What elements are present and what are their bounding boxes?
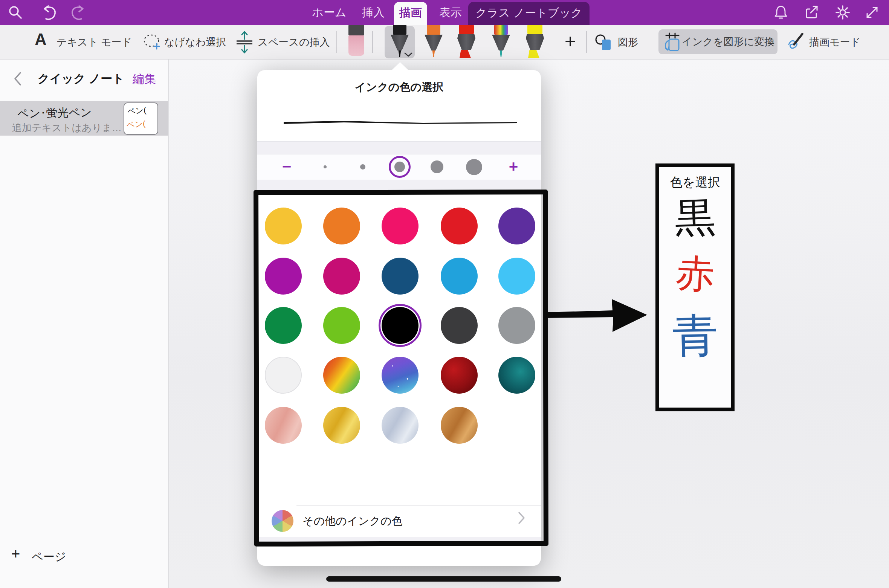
thickness-option-4[interactable] bbox=[431, 160, 443, 173]
ribbon-tab-挿入[interactable]: 挿入 bbox=[355, 0, 391, 25]
add-page-button[interactable]: + ページ bbox=[11, 545, 124, 568]
text-mode-label: テキスト モード bbox=[57, 25, 132, 60]
draw-mode-label: 描画モード bbox=[809, 25, 860, 60]
thickness-option-5[interactable] bbox=[466, 159, 482, 175]
page-list-item-selected[interactable]: ペン･蛍光ペン 追加テキストはありま… ペン( ペン( bbox=[0, 101, 168, 136]
thumbnail-ink-text: ペン( bbox=[126, 118, 146, 130]
stroke-thickness-preview bbox=[284, 120, 517, 127]
draw-mode-icon bbox=[786, 32, 805, 53]
thickness-option-3-selected[interactable] bbox=[394, 162, 405, 172]
toolbar-divider bbox=[586, 31, 587, 53]
text-mode-a-icon: A bbox=[35, 30, 47, 49]
rainbow-pen[interactable] bbox=[492, 25, 510, 58]
search-icon[interactable] bbox=[8, 5, 23, 20]
ribbon-tab-ホーム[interactable]: ホーム bbox=[307, 0, 351, 25]
page-item-thumbnail: ペン( ペン( bbox=[124, 102, 158, 135]
handwritten-color-3: 青 bbox=[659, 312, 731, 359]
black-pen-selected[interactable] bbox=[391, 25, 409, 58]
draw-ribbon-toolbar: A テキスト モード なげなわ選択 スペースの挿入 bbox=[0, 25, 889, 60]
hand-drawn-frame-ink bbox=[254, 189, 548, 547]
hand-drawn-arrow-ink bbox=[546, 293, 650, 338]
page-list-sidebar: クイック ノート 編集 ペン･蛍光ペン 追加テキストはありま… ペン( ペン( … bbox=[0, 60, 169, 588]
notifications-bell-icon[interactable] bbox=[773, 5, 789, 20]
ribbon-tab-表示[interactable]: 表示 bbox=[435, 0, 466, 25]
thickness-option-2[interactable] bbox=[360, 164, 365, 170]
shapes-icon bbox=[594, 33, 613, 52]
hand-drawn-color-note: 色を選択 黒赤青 bbox=[655, 163, 735, 411]
plus-icon: + bbox=[11, 545, 20, 562]
top-app-bar: ホーム挿入描画表示クラス ノートブック bbox=[0, 0, 889, 25]
back-chevron-icon[interactable] bbox=[14, 72, 22, 86]
lasso-select-label: なげなわ選択 bbox=[164, 25, 226, 60]
ink-to-shape-icon bbox=[664, 32, 681, 52]
add-page-label: ページ bbox=[32, 549, 66, 565]
undo-icon[interactable] bbox=[40, 5, 56, 20]
thickness-selector-row: −+ bbox=[257, 154, 541, 180]
handwritten-color-1: 黒 bbox=[658, 196, 732, 240]
toolbar-divider bbox=[336, 31, 337, 53]
red-highlighter[interactable] bbox=[457, 25, 475, 58]
onenote-app: ホーム挿入描画表示クラス ノートブック A テキスト bbox=[0, 0, 889, 588]
insert-space-label: スペースの挿入 bbox=[258, 25, 330, 60]
ink-to-shape-label: インクを図形に変換 bbox=[682, 29, 774, 54]
popover-title: インクの色の選択 bbox=[257, 80, 541, 95]
insert-space-icon bbox=[235, 31, 254, 53]
home-indicator bbox=[326, 576, 561, 582]
divider bbox=[257, 106, 541, 106]
ink-to-shape-button[interactable]: インクを図形に変換 bbox=[658, 29, 777, 54]
add-pen-button[interactable]: + bbox=[560, 25, 581, 60]
thickness-increase-button[interactable]: + bbox=[505, 154, 522, 180]
toolbar-divider bbox=[372, 31, 373, 53]
share-icon[interactable] bbox=[804, 5, 820, 20]
ribbon-tab-描画[interactable]: 描画 bbox=[394, 2, 427, 25]
shapes-label: 図形 bbox=[618, 25, 638, 60]
handwritten-color-2: 赤 bbox=[658, 253, 732, 295]
orange-pen[interactable] bbox=[425, 25, 443, 58]
popover-callout-arrow bbox=[391, 62, 409, 70]
page-item-snippet: 追加テキストはありま… bbox=[12, 121, 122, 134]
notebook-section-title: クイック ノート bbox=[36, 71, 126, 87]
edit-button[interactable]: 編集 bbox=[133, 71, 156, 87]
fullscreen-expand-icon[interactable] bbox=[864, 5, 880, 20]
ribbon-tab-クラス ノートブック[interactable]: クラス ノートブック bbox=[468, 2, 590, 25]
page-item-title: ペン･蛍光ペン bbox=[17, 105, 92, 121]
eraser[interactable] bbox=[347, 25, 365, 58]
thickness-option-1[interactable] bbox=[324, 165, 327, 168]
yellow-highlighter[interactable] bbox=[526, 25, 544, 58]
lasso-icon bbox=[142, 32, 162, 53]
section-spacer bbox=[257, 141, 541, 154]
thickness-decrease-button[interactable]: − bbox=[278, 154, 295, 180]
settings-gear-icon[interactable] bbox=[835, 5, 851, 20]
redo-icon[interactable] bbox=[70, 5, 86, 20]
color-note-title: 色を選択 bbox=[659, 174, 731, 191]
thumbnail-ink-text: ペン( bbox=[127, 105, 147, 116]
